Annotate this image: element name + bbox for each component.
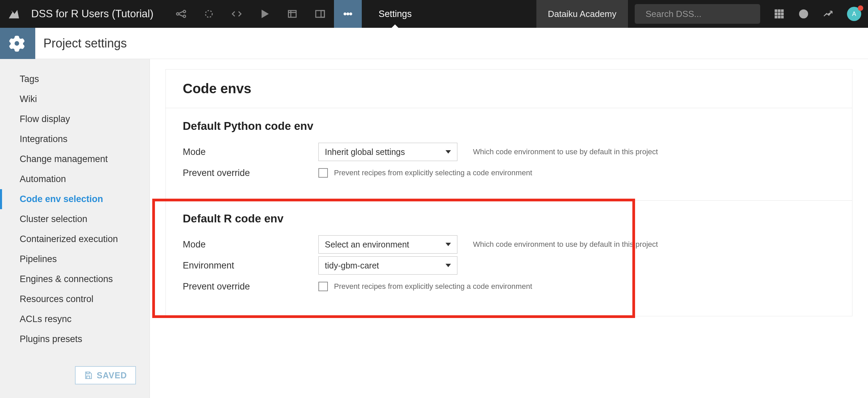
sidebar-item-containerized-execution[interactable]: Containerized execution bbox=[0, 229, 150, 249]
python-heading: Default Python code env bbox=[183, 120, 835, 133]
svg-rect-17 bbox=[775, 16, 777, 18]
chevron-down-icon bbox=[446, 150, 451, 154]
svg-rect-16 bbox=[782, 13, 783, 15]
python-prevent-hint: Prevent recipes from explicitly selectin… bbox=[334, 168, 532, 177]
card-title: Code envs bbox=[183, 81, 835, 96]
settings-gears-icon bbox=[0, 28, 35, 59]
svg-rect-13 bbox=[782, 10, 783, 12]
help-icon[interactable]: ? bbox=[791, 0, 816, 28]
python-mode-hint: Which code environment to use by default… bbox=[473, 147, 658, 156]
search-box[interactable] bbox=[635, 4, 760, 24]
r-prevent-label: Prevent override bbox=[183, 281, 318, 292]
svg-point-1 bbox=[183, 10, 185, 13]
svg-rect-6 bbox=[321, 11, 324, 17]
chevron-down-icon bbox=[446, 264, 451, 267]
notification-dot bbox=[858, 5, 863, 11]
svg-rect-4 bbox=[288, 11, 296, 17]
content: Code envs Default Python code env Mode I… bbox=[150, 59, 868, 398]
search-input[interactable] bbox=[646, 9, 756, 19]
r-env-select[interactable]: tidy-gbm-caret bbox=[318, 256, 457, 275]
svg-rect-5 bbox=[316, 11, 324, 17]
chevron-down-icon bbox=[446, 243, 451, 246]
dataiku-academy-link[interactable]: Dataiku Academy bbox=[536, 0, 628, 28]
r-section: Default R code env Mode Select an enviro… bbox=[166, 201, 852, 316]
r-prevent-checkbox[interactable] bbox=[318, 282, 328, 291]
svg-rect-12 bbox=[778, 10, 780, 12]
r-heading: Default R code env bbox=[183, 212, 835, 225]
dashboard-icon[interactable] bbox=[278, 0, 306, 28]
sidebar-item-change-management[interactable]: Change management bbox=[0, 149, 150, 169]
r-prevent-hint: Prevent recipes from explicitly selectin… bbox=[334, 282, 532, 291]
activity-icon[interactable] bbox=[816, 0, 840, 28]
sidebar-item-acls-resync[interactable]: ACLs resync bbox=[0, 309, 150, 329]
svg-point-8 bbox=[347, 13, 349, 15]
flow-icon[interactable] bbox=[167, 0, 195, 28]
save-label: SAVED bbox=[97, 371, 127, 380]
r-mode-select[interactable]: Select an environment bbox=[318, 235, 457, 254]
svg-rect-15 bbox=[778, 13, 780, 15]
toolbar-icons bbox=[167, 0, 362, 28]
svg-rect-18 bbox=[778, 16, 780, 18]
sidebar-item-engines-connections[interactable]: Engines & connections bbox=[0, 269, 150, 289]
sidebar-item-resources-control[interactable]: Resources control bbox=[0, 289, 150, 309]
r-mode-value: Select an environment bbox=[325, 240, 409, 250]
python-prevent-label: Prevent override bbox=[183, 168, 318, 178]
r-mode-label: Mode bbox=[183, 239, 318, 250]
recipes-icon[interactable] bbox=[195, 0, 223, 28]
sidebar-item-wiki[interactable]: Wiki bbox=[0, 89, 150, 109]
sidebar-item-pipelines[interactable]: Pipelines bbox=[0, 249, 150, 269]
sidebar: TagsWikiFlow displayIntegrationsChange m… bbox=[0, 59, 150, 398]
topbar: DSS for R Users (Tutorial) Settings Data… bbox=[0, 0, 868, 28]
user-avatar[interactable]: A bbox=[847, 7, 861, 21]
sidebar-item-flow-display[interactable]: Flow display bbox=[0, 109, 150, 129]
code-icon[interactable] bbox=[223, 0, 251, 28]
sidebar-item-code-env-selection[interactable]: Code env selection bbox=[0, 189, 150, 209]
python-section: Default Python code env Mode Inherit glo… bbox=[166, 108, 852, 201]
more-icon[interactable] bbox=[334, 0, 362, 28]
panel-icon[interactable] bbox=[306, 0, 334, 28]
svg-point-7 bbox=[344, 13, 346, 15]
svg-point-9 bbox=[350, 13, 352, 15]
svg-rect-11 bbox=[775, 10, 777, 12]
dataiku-logo-icon[interactable] bbox=[0, 0, 28, 28]
page-title: Project settings bbox=[43, 36, 127, 51]
project-title[interactable]: DSS for R Users (Tutorial) bbox=[31, 8, 154, 20]
svg-rect-19 bbox=[782, 16, 783, 18]
r-env-value: tidy-gbm-caret bbox=[325, 261, 379, 271]
svg-rect-14 bbox=[775, 13, 777, 15]
save-icon bbox=[84, 371, 93, 380]
python-mode-select[interactable]: Inherit global settings bbox=[318, 143, 457, 161]
sidebar-item-tags[interactable]: Tags bbox=[0, 69, 150, 89]
python-mode-value: Inherit global settings bbox=[325, 147, 405, 157]
svg-text:?: ? bbox=[802, 10, 806, 18]
tab-settings[interactable]: Settings bbox=[362, 0, 429, 28]
play-icon[interactable] bbox=[251, 0, 278, 28]
code-envs-card: Code envs Default Python code env Mode I… bbox=[165, 69, 852, 316]
sidebar-item-integrations[interactable]: Integrations bbox=[0, 129, 150, 149]
svg-point-3 bbox=[205, 11, 212, 17]
r-mode-hint: Which code environment to use by default… bbox=[473, 240, 658, 249]
apps-icon[interactable] bbox=[767, 0, 791, 28]
sidebar-item-cluster-selection[interactable]: Cluster selection bbox=[0, 209, 150, 229]
sidebar-item-automation[interactable]: Automation bbox=[0, 169, 150, 189]
python-prevent-checkbox[interactable] bbox=[318, 168, 328, 178]
r-env-label: Environment bbox=[183, 260, 318, 271]
save-button[interactable]: SAVED bbox=[75, 366, 136, 384]
python-mode-label: Mode bbox=[183, 147, 318, 157]
svg-point-2 bbox=[183, 15, 185, 18]
subheader: Project settings bbox=[0, 28, 868, 59]
sidebar-item-plugins-presets[interactable]: Plugins presets bbox=[0, 329, 150, 349]
